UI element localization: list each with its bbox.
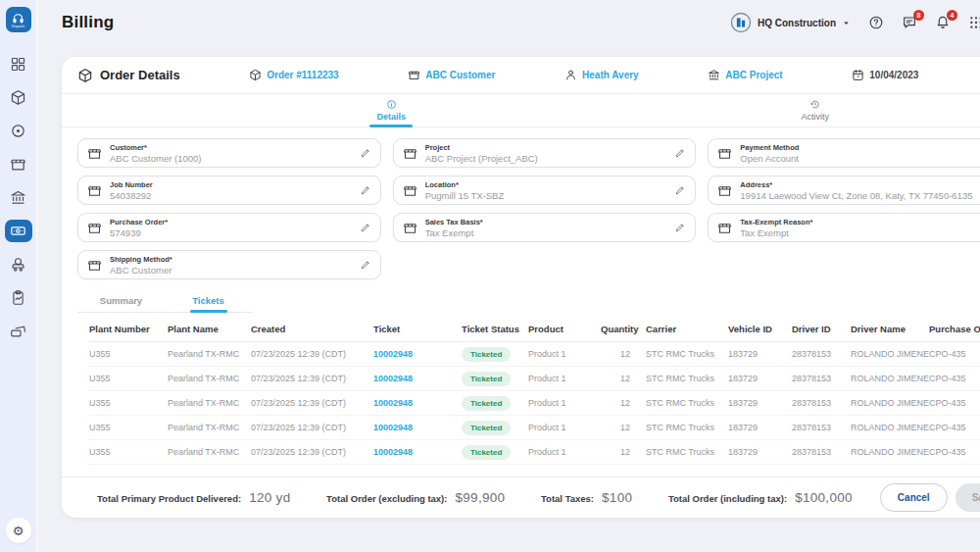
sidebar-item-trucks[interactable] [5,253,32,276]
column-header: Driver Name [851,324,929,334]
status-badge: Ticketed [462,421,511,435]
cell-product: Product 1 [528,398,601,408]
field-card: Project ABC Project (Project_ABC) [393,138,697,168]
field-text: Customer* ABC Customer (1000) [110,143,354,164]
cancel-button[interactable]: Cancel [880,483,948,512]
cell-carrier: STC RMC Trucks [646,349,728,359]
field-text: Tax-Exempt Reason* Tax Exempt [740,218,980,238]
field-value: ABC Customer (1000) [110,153,354,164]
person-icon [564,69,577,81]
field-value: Pugmill 15 TX-SBZ [425,190,669,201]
edit-pencil-icon[interactable] [360,259,371,271]
edit-pencil-icon[interactable] [360,147,371,159]
ticket-link[interactable]: 10002948 [373,423,462,432]
table-row: U355 Pearland TX-RMC 07/23/2025 12:39 (C… [89,367,980,391]
field-label: Purchase Order* [110,218,354,227]
sidebar-item-dashboard[interactable] [5,53,32,75]
total-item: Total Order (excluding tax): $99,900 [326,490,505,505]
cell-driver-id: 28378153 [792,349,851,359]
topbar-actions: HQ Construction [730,10,980,35]
sidebar-item-projects[interactable] [5,186,32,209]
sidebar-item-orders[interactable] [5,86,32,109]
tab-tickets[interactable]: Tickets [165,288,252,312]
apps-button[interactable] [968,15,980,30]
field-text: Sales Tax Basis* Tax Exempt [425,218,669,238]
user-link[interactable]: Heath Avery [564,69,639,81]
save-button[interactable]: Save [956,483,980,512]
ticket-link[interactable]: 10002948 [373,398,462,408]
field-label: Address* [740,180,980,190]
messages-button[interactable]: 8 [902,15,917,30]
column-header: Ticket Status [462,324,528,334]
apps-grid-icon [968,15,980,30]
dashboard-grid-icon [10,56,26,73]
cell-product: Product 1 [528,423,601,432]
field-text: Shipping Method* ABC Customer [110,255,354,276]
cell-carrier: STC RMC Trucks [646,398,728,408]
cell-created: 07/23/2025 12:39 (CDT) [251,423,373,432]
edit-pencil-icon[interactable] [674,147,686,159]
storefront-icon [717,221,732,235]
project-link[interactable]: ABC Project [708,69,782,81]
field-text: Address* 19914 Laewood View Ct, Zone 08,… [740,180,980,201]
cash-stack-icon [10,323,26,339]
sidebar-item-invoices[interactable] [5,320,32,342]
order-header: Order Details Order #1112233 [62,57,980,94]
total-label: Total Order (excluding tax): [326,493,447,504]
ticket-link[interactable]: 10002948 [373,447,462,457]
notifications-button[interactable]: 4 [935,15,951,30]
info-icon [386,99,397,110]
cell-purchase-order: CPO-435 [929,398,980,408]
cell-created: 07/23/2025 12:39 (CDT) [251,447,373,457]
app-logo[interactable]: Dispatch [6,7,31,32]
column-header: Plant Number [89,324,168,334]
cell-ticket-status: Ticketed [462,372,528,386]
table-row: U355 Pearland TX-RMC 07/23/2025 12:39 (C… [89,342,980,367]
field-value: 19914 Laewood View Ct, Zone 08, Katy, TX… [740,190,980,201]
field-label: Project [425,143,669,153]
gear-icon: ⚙ [13,524,24,538]
storefront-icon [87,258,102,273]
order-number-link[interactable]: Order #1112233 [249,69,338,81]
sidebar-item-billing[interactable] [5,220,32,242]
field-card: Address* 19914 Laewood View Ct, Zone 08,… [708,176,980,205]
sidebar-item-plants[interactable] [5,153,32,176]
company-selector[interactable]: HQ Construction [730,12,851,33]
tab-details[interactable]: Details [179,94,604,126]
clipboard-chart-icon [10,289,26,306]
edit-pencil-icon[interactable] [360,222,371,233]
calendar-icon [852,69,864,81]
cell-vehicle-id: 183729 [728,398,792,408]
banknote-icon [10,223,26,239]
settings-button[interactable]: ⚙ [6,518,31,543]
sidebar-item-tracking[interactable] [5,120,32,142]
edit-pencil-icon[interactable] [674,222,686,233]
customer-link[interactable]: ABC Customer [408,69,495,81]
field-value: 54038292 [110,190,354,201]
page-title: Billing [62,13,114,32]
totals-group: Total Primary Product Delivered: 120 yd … [97,490,853,505]
field-value: Tax Exempt [740,227,980,238]
field-text: Payment Method Open Account [740,143,980,164]
field-value: ABC Project (Project_ABC) [425,153,669,164]
total-value: 120 yd [249,490,290,505]
cell-plant-number: U355 [89,398,168,408]
table-body: U355 Pearland TX-RMC 07/23/2025 12:39 (C… [89,342,980,465]
tab-summary[interactable]: Summary [77,288,165,312]
ticket-link[interactable]: 10002948 [373,349,462,359]
column-header: Driver ID [792,324,851,334]
sidebar-item-reports[interactable] [5,286,32,309]
cell-quantity: 12 [601,398,646,408]
edit-pencil-icon[interactable] [674,184,686,196]
help-button[interactable] [868,15,884,30]
tab-activity[interactable]: Activity [604,94,980,126]
storefront-icon [403,183,417,198]
cell-purchase-order: CPO-435 [929,423,980,432]
storefront-icon [403,221,417,235]
ticket-link[interactable]: 10002948 [373,374,462,383]
main-area: Billing HQ Construction [36,0,980,552]
cell-ticket-status: Ticketed [462,347,528,362]
cell-driver-id: 28378153 [792,423,851,432]
edit-pencil-icon[interactable] [360,184,371,196]
cell-quantity: 12 [601,374,646,383]
